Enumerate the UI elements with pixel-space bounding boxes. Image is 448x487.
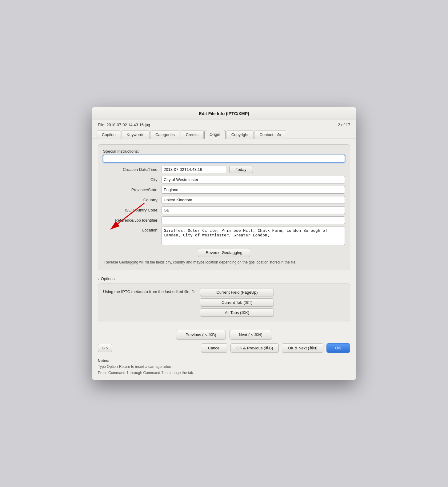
cancel-button[interactable]: Cancel [201,343,227,353]
country-input[interactable] [162,196,345,204]
notes-line1: Type Option-Return to insert a carriage … [98,364,173,369]
reference-input[interactable] [162,216,345,224]
options-label: Options [101,276,115,281]
city-input[interactable] [162,176,345,183]
country-row: Country: [103,196,345,204]
notes-header: Notes: [98,359,109,363]
options-content: Using the IPTC metadata from the last ed… [98,284,350,321]
today-button[interactable]: Today [229,166,253,173]
ok-next-button[interactable]: OK & Next (⌘N) [282,343,323,353]
tab-copyright[interactable]: Copyright [226,130,254,139]
tab-origin[interactable]: Origin [204,130,226,139]
special-instructions-input[interactable] [103,155,345,163]
iso-code-label: ISO Country Code: [103,208,162,212]
ok-previous-button[interactable]: OK & Previous (⌘B) [230,343,279,353]
tabs-row: Caption Keywords Categories Credits Orig… [92,130,356,139]
creation-date-label: Creation Date/Time: [103,167,162,172]
navigation-row: Previous (⌥⌘B) Next (⌥⌘N) [92,330,356,340]
tab-credits[interactable]: Credits [181,130,204,139]
reverse-geotagging-button[interactable]: Reverse Geotagging [198,248,250,257]
main-content: Special Instructions: Creation Date/Time… [92,139,356,330]
creation-date-row: Creation Date/Time: Today [103,166,345,173]
smiley-icon: ☺ [101,346,105,350]
options-inner: Using the IPTC metadata from the last ed… [103,288,345,317]
fields-section: Special Instructions: Creation Date/Time… [98,144,350,270]
file-count: 2 of 17 [338,123,350,127]
edit-file-info-dialog: Edit File Info (IPTC/XMP) File: 2018-07-… [92,107,356,380]
file-row: File: 2018-07-02 14.43.16.jpg 2 of 17 [92,119,356,130]
location-row: Location: Giraffes, Outer Circle, Primro… [103,227,345,245]
location-label: Location: [103,227,162,232]
creation-date-input[interactable] [162,166,226,173]
options-header[interactable]: › Options [98,275,350,284]
options-buttons: Current Field (PageUp) Current Tab (⌘T) … [200,288,274,317]
chevron-down-icon: ∨ [106,346,109,350]
iso-code-input[interactable] [162,206,345,214]
ok-button[interactable]: OK [326,343,350,353]
province-row: Province/State: [103,186,345,194]
smiley-button[interactable]: ☺ ∨ [98,344,112,352]
iso-code-row: ISO Country Code: [103,206,345,214]
next-button[interactable]: Next (⌥⌘N) [230,330,272,340]
province-input[interactable] [162,186,345,194]
reverse-geo-note: Reverse Geotagging will fill the fields … [103,260,345,265]
action-row: ☺ ∨ Cancel OK & Previous (⌘B) OK & Next … [92,343,356,356]
tab-categories[interactable]: Categories [150,130,180,139]
current-field-button[interactable]: Current Field (PageUp) [200,288,274,296]
tab-keywords[interactable]: Keywords [122,130,150,139]
reference-row: Reference/Job Identifier: [103,216,345,224]
special-instructions-label: Special Instructions: [103,149,345,163]
dialog-title: Edit File Info (IPTC/XMP) [98,111,350,116]
city-label: City: [103,177,162,182]
current-tab-button[interactable]: Current Tab (⌘T) [200,298,274,307]
iptc-label: Using the IPTC metadata from the last ed… [103,288,196,294]
notes-line2: Press Command-1 through Command-7 to cha… [98,371,194,375]
city-row: City: [103,176,345,183]
previous-button[interactable]: Previous (⌥⌘B) [176,330,226,340]
notes-section: Notes: Type Option-Return to insert a ca… [92,356,356,380]
chevron-right-icon: › [98,277,99,281]
province-label: Province/State: [103,187,162,192]
reference-label: Reference/Job Identifier: [103,218,162,223]
tab-caption[interactable]: Caption [97,130,121,139]
all-tabs-button[interactable]: All Tabs (⌘K) [200,308,274,317]
location-input[interactable]: Giraffes, Outer Circle, Primrose Hill, C… [162,227,345,245]
title-bar: Edit File Info (IPTC/XMP) [92,107,356,119]
options-section: › Options Using the IPTC metadata from t… [98,275,350,321]
tab-contact-info[interactable]: Contact Info [254,130,286,139]
country-label: Country: [103,198,162,202]
file-label: File: 2018-07-02 14.43.16.jpg [98,123,150,127]
